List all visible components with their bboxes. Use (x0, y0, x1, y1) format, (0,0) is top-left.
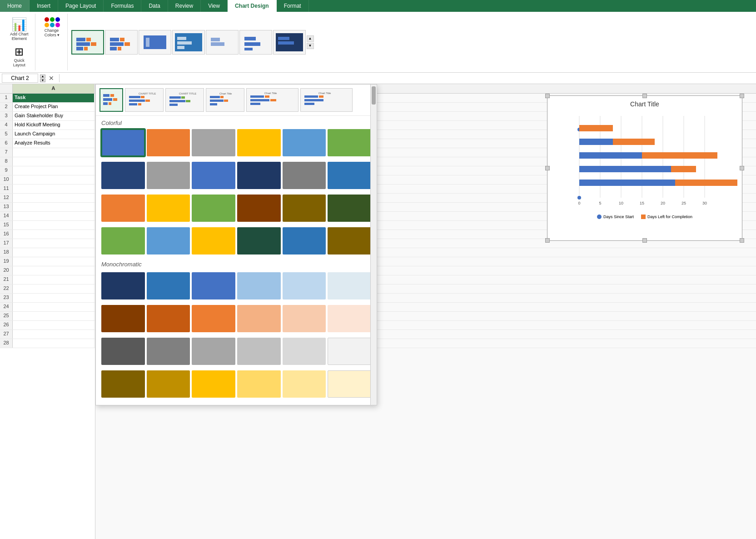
chart-container[interactable]: Chart Title 0 5 10 15 20 25 30 (547, 95, 742, 241)
color-swatch-mono-4-2[interactable] (147, 370, 190, 398)
color-swatch-mono-4-6[interactable] (328, 370, 371, 398)
color-swatch-mono-2-3[interactable] (192, 305, 235, 332)
cell-a23[interactable] (13, 294, 94, 302)
cell-a28[interactable] (13, 339, 94, 348)
cell-a3[interactable]: Gain Stakeholder Buy (13, 112, 94, 120)
color-swatch-mono-3-3[interactable] (192, 338, 235, 365)
tab-formulas[interactable]: Formulas (104, 0, 141, 12)
chart-style-6[interactable] (239, 30, 272, 55)
cell-a11[interactable] (13, 185, 94, 193)
style-thumb-4[interactable]: Chart Title (206, 88, 244, 112)
add-chart-element-button[interactable]: 📊 Add ChartElement (7, 15, 31, 42)
cell-a26[interactable] (13, 321, 94, 329)
chart-style-4[interactable] (172, 30, 205, 55)
color-swatch-mono-1-2[interactable] (147, 272, 190, 299)
cell-a21[interactable] (13, 275, 94, 284)
color-swatch-mono-2-4[interactable] (237, 305, 281, 332)
color-swatch-mono-4-1[interactable] (101, 370, 145, 398)
color-swatch-colorful-4-6[interactable] (328, 227, 371, 255)
tab-insert[interactable]: Insert (30, 0, 58, 12)
quick-layout-button[interactable]: ⊞ QuickLayout (10, 43, 28, 69)
cell-a25[interactable] (13, 312, 94, 320)
color-swatch-colorful-4-5[interactable] (283, 227, 326, 255)
cell-a20[interactable] (13, 266, 94, 275)
name-box-down-arrow[interactable]: ▼ (40, 79, 45, 82)
cell-a19[interactable] (13, 257, 94, 266)
chart-style-5[interactable] (206, 30, 239, 55)
cell-a14[interactable] (13, 212, 94, 220)
tab-format[interactable]: Format (277, 0, 309, 12)
color-swatch-colorful-2-1[interactable] (101, 162, 145, 189)
cell-a27[interactable] (13, 330, 94, 339)
cell-a9[interactable] (13, 166, 94, 175)
resize-handle-bottom[interactable] (642, 238, 647, 243)
color-swatch-mono-3-1[interactable] (101, 338, 145, 365)
chart-style-1[interactable] (71, 30, 104, 55)
cell-a2[interactable]: Create Project Plan (13, 103, 94, 111)
tab-chart-design[interactable]: Chart Design (228, 0, 277, 12)
color-swatch-mono-2-6[interactable] (328, 305, 371, 332)
color-swatch-colorful-4-3[interactable] (192, 227, 235, 255)
color-swatch-colorful-2-6[interactable] (328, 162, 371, 189)
resize-handle-top-right[interactable] (740, 94, 744, 98)
tab-view[interactable]: View (201, 0, 228, 12)
name-box[interactable] (2, 74, 38, 83)
color-swatch-mono-4-3[interactable] (192, 370, 235, 398)
color-swatch-colorful-1-3[interactable] (192, 129, 235, 156)
resize-handle-left[interactable] (545, 166, 550, 170)
color-swatch-colorful-2-3[interactable] (192, 162, 235, 189)
resize-handle-top[interactable] (642, 94, 647, 98)
name-box-up-arrow[interactable]: ▲ (40, 75, 45, 78)
cell-a6[interactable]: Analyze Results (13, 139, 94, 148)
color-swatch-colorful-3-3[interactable] (192, 195, 235, 222)
color-swatch-mono-3-6[interactable] (328, 338, 371, 365)
resize-handle-top-left[interactable] (545, 94, 550, 98)
resize-handle-bottom-right[interactable] (740, 238, 744, 243)
color-swatch-colorful-3-2[interactable] (147, 195, 190, 222)
cell-a7[interactable] (13, 148, 94, 157)
color-swatch-colorful-4-1[interactable] (101, 227, 145, 255)
formula-input[interactable] (63, 74, 754, 82)
cell-a24[interactable] (13, 303, 94, 311)
color-swatch-mono-3-4[interactable] (237, 338, 281, 365)
cell-a5[interactable]: Launch Campaign (13, 130, 94, 139)
cell-a10[interactable] (13, 175, 94, 184)
color-swatch-mono-2-1[interactable] (101, 305, 145, 332)
style-scroll-arrows[interactable]: ▲ ▼ (307, 35, 314, 49)
cell-a17[interactable] (13, 239, 94, 248)
style-thumb-3[interactable]: CHART TITLE (165, 88, 204, 112)
color-swatch-mono-3-2[interactable] (147, 338, 190, 365)
color-swatch-colorful-1-6[interactable] (328, 129, 371, 156)
color-swatch-mono-4-5[interactable] (283, 370, 326, 398)
cell-a22[interactable] (13, 284, 94, 293)
style-thumb-2[interactable]: CHART TITLE (125, 88, 164, 112)
cell-a15[interactable] (13, 221, 94, 230)
cell-a13[interactable] (13, 203, 94, 211)
chart-style-7[interactable] (273, 30, 306, 55)
color-swatch-mono-1-5[interactable] (283, 272, 326, 299)
color-swatch-colorful-3-5[interactable] (283, 195, 326, 222)
cell-a1[interactable]: Task (13, 94, 94, 102)
color-swatch-mono-1-6[interactable] (328, 272, 371, 299)
color-swatch-colorful-1-1[interactable] (101, 129, 145, 156)
scrollbar-track[interactable] (370, 85, 377, 405)
color-swatch-mono-1-1[interactable] (101, 272, 145, 299)
color-swatch-mono-1-4[interactable] (237, 272, 281, 299)
scrollbar-thumb[interactable] (372, 86, 376, 105)
name-box-close-button[interactable]: ✕ (47, 74, 55, 82)
tab-data[interactable]: Data (141, 0, 168, 12)
color-swatch-mono-2-5[interactable] (283, 305, 326, 332)
resize-handle-bottom-left[interactable] (545, 238, 550, 243)
color-swatch-mono-2-2[interactable] (147, 305, 190, 332)
color-swatch-colorful-4-4[interactable] (237, 227, 281, 255)
color-swatch-colorful-2-2[interactable] (147, 162, 190, 189)
color-swatch-mono-1-3[interactable] (192, 272, 235, 299)
color-swatch-colorful-1-2[interactable] (147, 129, 190, 156)
color-swatch-colorful-2-4[interactable] (237, 162, 281, 189)
style-thumb-6[interactable]: Chart Title (300, 88, 353, 112)
resize-handle-right[interactable] (740, 166, 744, 170)
cell-a12[interactable] (13, 194, 94, 202)
color-swatch-colorful-4-2[interactable] (147, 227, 190, 255)
style-scroll-up[interactable]: ▲ (307, 35, 314, 42)
color-swatch-mono-4-4[interactable] (237, 370, 281, 398)
